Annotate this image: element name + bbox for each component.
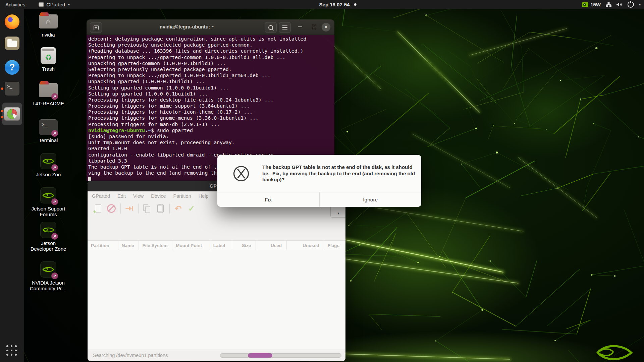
dock: ? >_: [0, 9, 24, 362]
search-button[interactable]: [265, 22, 277, 33]
column-header[interactable]: File System: [139, 241, 172, 250]
combo-chevron-icon: ▾: [337, 211, 339, 216]
desktop-icon[interactable]: ⌂ ♻ >_ ↗ nvidia: [27, 13, 70, 38]
terminal-line: Selecting previously unselected package …: [88, 42, 333, 48]
desktop-icon[interactable]: ⌂ ♻ >_ ↗ L4T-README: [27, 81, 70, 106]
gparted-running-indicator: [1, 110, 3, 112]
show-applications-button[interactable]: [6, 345, 18, 357]
new-tab-icon: [94, 25, 99, 30]
gparted-window: GPa GPartedEditViewDevicePartitionHelp +…: [88, 181, 345, 361]
status-text: Searching /dev/nvme0n1 partitions: [93, 350, 168, 361]
activities-button[interactable]: Activities: [5, 2, 25, 7]
link-badge-icon: ↗: [51, 233, 58, 240]
column-header[interactable]: Size: [232, 241, 256, 250]
menu-item[interactable]: Partition: [172, 193, 192, 199]
dock-firefox-button[interactable]: [4, 14, 20, 30]
resize-move-button[interactable]: [124, 203, 134, 214]
terminal-line: Setting up gparted-common (1.0.0-0.1buil…: [88, 85, 333, 91]
column-header[interactable]: Flags: [324, 241, 345, 250]
desktop-icon[interactable]: ⌂ ♻ >_ ↗ Terminal: [27, 118, 70, 143]
gparted-disk-icon: [4, 107, 20, 121]
maximize-button[interactable]: [312, 25, 316, 29]
terminal-line: Preparing to unpack .../gparted_1.0.0-0.…: [88, 72, 333, 78]
top-bar: Activities GParted ▼ Sep 18 07:54 15W ▾: [0, 0, 644, 9]
terminal-line: Setting up gparted (1.0.0-0.1build1) ...: [88, 91, 333, 97]
recycle-icon: ♻: [45, 54, 52, 61]
terminal-line: Processing triggers for man-db (2.9.1-1)…: [88, 121, 333, 127]
partition-list-area: [88, 250, 345, 350]
link-badge-icon: ↗: [51, 198, 58, 205]
column-header[interactable]: Mount Point: [172, 241, 210, 250]
partition-table-header: PartitionNameFile SystemMount PointLabel…: [88, 240, 345, 250]
app-menu-button[interactable]: GParted ▼: [39, 2, 70, 7]
menu-item[interactable]: View: [132, 193, 145, 199]
chevron-down-icon: ▾: [639, 3, 641, 6]
system-tray[interactable]: 15W ▾: [582, 0, 641, 9]
column-header[interactable]: Label: [210, 241, 232, 250]
gpt-backup-dialog: The backup GPT table is not at the end o…: [217, 155, 421, 207]
undo-button[interactable]: ↶: [173, 203, 183, 214]
column-header[interactable]: Partition: [88, 241, 118, 250]
dock-terminal-button[interactable]: >_: [4, 80, 20, 97]
apply-button[interactable]: ✓: [186, 203, 197, 214]
desktop-icon[interactable]: ⌂ ♻ >_ ↗ Jetson Developer Zone: [27, 221, 70, 252]
terminal-running-indicator: [1, 87, 3, 90]
gparted-app-icon: [39, 2, 44, 7]
trash-icon: ♻: [41, 47, 56, 64]
gparted-statusbar: Searching /dev/nvme0n1 partitions: [88, 350, 345, 361]
new-partition-button[interactable]: +: [93, 203, 103, 214]
desktop-icon[interactable]: ⌂ ♻ >_ ↗ Jetson Zoo: [27, 153, 70, 177]
app-menu-label: GParted: [46, 2, 65, 7]
menu-button[interactable]: [279, 22, 291, 33]
menu-item[interactable]: Help: [198, 193, 210, 199]
terminal-prompt-line: nvidia@tegra-ubuntu:~$ sudo gparted: [88, 127, 333, 133]
toolbar-separator: [120, 203, 121, 214]
terminal-line: Preparing to unpack .../gparted-common_1…: [88, 54, 333, 60]
menu-item[interactable]: GParted: [91, 193, 111, 199]
progress-bar: [220, 353, 341, 358]
new-tab-button[interactable]: [90, 22, 102, 33]
column-header[interactable]: Name: [118, 241, 139, 250]
clock-button[interactable]: Sep 18 07:54: [319, 2, 357, 7]
paste-button[interactable]: [155, 203, 165, 214]
menu-item[interactable]: Edit: [116, 193, 127, 199]
error-icon: [233, 165, 250, 182]
desktop-icon[interactable]: ⌂ ♻ >_ ↗ Jetson Support Forums: [27, 187, 70, 217]
close-button[interactable]: ×: [322, 23, 330, 32]
terminal-line: Unpacking gparted-common (1.0.0-0.1build…: [88, 60, 333, 66]
toolbar-separator: [169, 203, 170, 214]
terminal-icon: >_: [5, 82, 19, 96]
delete-partition-button[interactable]: [106, 203, 116, 214]
desktop-icon-label: Trash: [42, 66, 55, 72]
prompt-path: ~: [148, 127, 151, 133]
desktop-icon-label: Jetson Developer Zone: [30, 240, 67, 252]
column-header[interactable]: Unused: [287, 241, 324, 250]
desktop-icon-label: Jetson Zoo: [36, 172, 61, 177]
terminal-titlebar[interactable]: nvidia@tegra-ubuntu: ~ ×: [87, 19, 334, 35]
dock-gparted-button[interactable]: [4, 106, 20, 122]
dock-files-button[interactable]: [4, 35, 20, 51]
link-badge-icon: ↗: [51, 130, 58, 137]
dock-help-button[interactable]: ?: [4, 59, 20, 75]
apply-icon: ✓: [188, 204, 195, 213]
menu-item[interactable]: Device: [150, 193, 167, 199]
notification-dot-icon: [354, 3, 356, 6]
power-icon: [628, 1, 634, 8]
undo-icon: ↶: [175, 204, 182, 213]
close-icon: ×: [324, 24, 327, 30]
prompt-user-host: nvidia@tegra-ubuntu: [88, 127, 145, 133]
desktop-icon-label: Jetson Support Forums: [30, 206, 67, 217]
column-header[interactable]: Used: [256, 241, 287, 250]
terminal-title: nvidia@tegra-ubuntu: ~: [107, 19, 267, 35]
ignore-button[interactable]: Ignore: [320, 192, 422, 207]
fix-button[interactable]: Fix: [217, 192, 320, 207]
link-badge-icon: ↗: [51, 273, 58, 279]
desktop-icon-label: NVIDIA Jetson Community Pr…: [30, 280, 67, 291]
terminal-line: [sudo] password for nvidia:: [88, 133, 333, 139]
copy-button[interactable]: [142, 203, 152, 214]
desktop-icon-label: Terminal: [39, 137, 58, 143]
progress-fill: [248, 353, 272, 358]
minimize-button[interactable]: [298, 26, 302, 27]
desktop-icon[interactable]: ⌂ ♻ >_ ↗ Trash: [27, 47, 70, 72]
desktop-icon[interactable]: ⌂ ♻ >_ ↗ NVIDIA Jetson Community Pr…: [27, 261, 70, 291]
